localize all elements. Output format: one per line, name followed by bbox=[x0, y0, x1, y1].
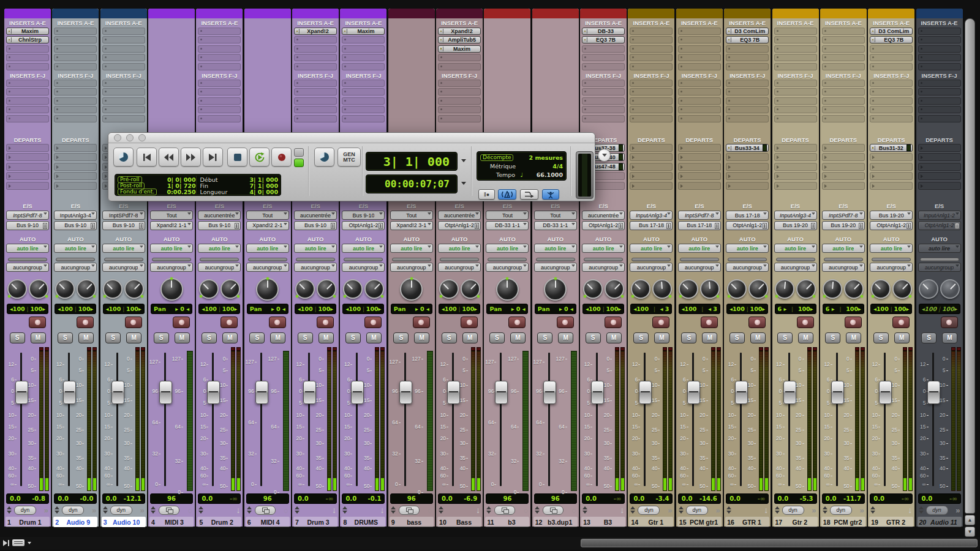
output-selector[interactable]: Xpand!2 1-1 bbox=[150, 221, 193, 230]
group-selector[interactable]: aucungroup bbox=[678, 263, 721, 272]
insert-slot[interactable] bbox=[6, 115, 49, 122]
midi-thru-icon[interactable]: ◌ bbox=[524, 506, 528, 515]
insert-slot[interactable] bbox=[342, 97, 385, 105]
track-size-nudge[interactable] bbox=[630, 506, 635, 514]
group-selector[interactable]: aucungroup bbox=[6, 263, 49, 272]
send-slot[interactable] bbox=[726, 172, 769, 180]
insert-slot[interactable] bbox=[774, 115, 817, 122]
insert-slot[interactable] bbox=[54, 97, 97, 105]
mute-button[interactable]: M bbox=[462, 332, 478, 343]
output-selector[interactable]: OtptAnlg1-2 bbox=[870, 221, 913, 230]
pan-display[interactable]: ◂100|100▸ bbox=[103, 304, 145, 314]
insert-slot[interactable]: D3 ComLim bbox=[870, 28, 913, 35]
mute-button[interactable]: M bbox=[702, 332, 717, 343]
insert-slot[interactable] bbox=[726, 54, 769, 61]
automation-mode-selector[interactable]: auto lire bbox=[582, 244, 625, 253]
insert-slot[interactable] bbox=[54, 54, 97, 61]
record-enable-button[interactable] bbox=[461, 317, 478, 328]
send-slot[interactable] bbox=[54, 153, 97, 161]
insert-slot[interactable] bbox=[54, 80, 97, 87]
insert-slot[interactable] bbox=[918, 36, 961, 43]
record-enable-button[interactable] bbox=[508, 317, 526, 328]
output-selector[interactable]: DB-33 1-1 bbox=[486, 221, 529, 230]
input-selector[interactable]: Bus 19-20 bbox=[870, 211, 913, 220]
group-selector[interactable]: aucungroup bbox=[870, 263, 913, 272]
insert-slot[interactable] bbox=[102, 54, 145, 61]
track-name[interactable]: 8 DRUMS bbox=[341, 517, 385, 527]
insert-slot[interactable] bbox=[582, 54, 625, 61]
insert-slot[interactable] bbox=[342, 80, 385, 87]
volume-display[interactable]: 0.0-∞ bbox=[198, 493, 241, 504]
track-name[interactable]: 20 Audio 11 bbox=[918, 517, 962, 527]
mute-button[interactable]: M bbox=[798, 332, 813, 343]
fade-in-value[interactable]: 0:00.250 bbox=[167, 189, 195, 195]
solo-button[interactable]: S bbox=[249, 332, 265, 343]
solo-button[interactable]: S bbox=[489, 332, 505, 343]
automation-match-icon[interactable]: » bbox=[92, 506, 96, 515]
mute-button[interactable]: M bbox=[750, 332, 766, 343]
insert-slot[interactable] bbox=[630, 54, 673, 61]
pan-knob[interactable] bbox=[364, 279, 384, 299]
output-selector[interactable]: Bus 19-20 bbox=[774, 221, 817, 230]
mute-button[interactable]: M bbox=[846, 332, 861, 343]
group-selector[interactable]: aucungroup bbox=[150, 263, 193, 272]
track-name[interactable]: 14 Gtr 1 bbox=[629, 517, 673, 527]
insert-slot[interactable] bbox=[6, 106, 49, 113]
insert-slot[interactable] bbox=[342, 115, 385, 122]
pan-knob[interactable] bbox=[103, 279, 123, 299]
insert-slot[interactable] bbox=[438, 115, 481, 122]
fast-forward-button[interactable] bbox=[181, 148, 201, 167]
send-slot[interactable] bbox=[678, 163, 721, 171]
pre-roll-label[interactable]: Pré-roll bbox=[118, 176, 142, 183]
close-button[interactable] bbox=[114, 134, 121, 141]
send-slot[interactable] bbox=[6, 144, 49, 152]
scroll-to-edge-icon[interactable] bbox=[3, 540, 7, 546]
midi-thru-icon[interactable]: ◌ bbox=[188, 506, 192, 515]
track-size-nudge[interactable] bbox=[919, 506, 924, 514]
automation-mode-selector[interactable]: auto lire bbox=[198, 244, 241, 253]
volume-display[interactable]: 0.0-14.6 bbox=[678, 493, 721, 504]
insert-slot[interactable] bbox=[630, 97, 673, 105]
insert-slot[interactable] bbox=[6, 88, 49, 96]
insert-slot[interactable] bbox=[774, 97, 817, 105]
pan-knob[interactable] bbox=[461, 279, 480, 299]
insert-slot[interactable] bbox=[294, 115, 337, 122]
insert-slot[interactable] bbox=[54, 115, 97, 122]
main-counter[interactable]: 3| 1| 000 bbox=[366, 152, 458, 171]
send-slot[interactable] bbox=[6, 153, 49, 161]
mute-button[interactable]: M bbox=[558, 332, 573, 343]
input-selector[interactable]: InptSPdf7-8 bbox=[102, 211, 145, 220]
send-assignment[interactable]: Bus33-34 bbox=[731, 145, 763, 151]
send-slot[interactable] bbox=[630, 172, 673, 180]
input-selector[interactable]: Tout bbox=[534, 211, 577, 220]
pan-knob[interactable] bbox=[919, 279, 938, 299]
insert-slot[interactable] bbox=[870, 45, 913, 53]
track-size-nudge[interactable] bbox=[486, 506, 491, 514]
track-size-nudge[interactable] bbox=[775, 506, 780, 514]
insert-slot[interactable] bbox=[918, 97, 961, 105]
midi-merge-button[interactable] bbox=[520, 189, 538, 200]
mute-button[interactable]: M bbox=[942, 332, 957, 343]
insert-slot[interactable] bbox=[198, 106, 241, 113]
mute-button[interactable]: M bbox=[510, 332, 526, 343]
insert-slot[interactable] bbox=[342, 106, 385, 113]
mute-button[interactable]: M bbox=[894, 332, 910, 343]
insert-slot[interactable] bbox=[582, 106, 625, 113]
insert-slot[interactable] bbox=[918, 45, 961, 53]
track-name[interactable]: 18 PCM gtr2 bbox=[821, 517, 865, 527]
automation-mode-selector[interactable]: auto lire bbox=[102, 244, 145, 253]
insert-slot[interactable] bbox=[342, 88, 385, 96]
insert-plugin-name[interactable]: AmpliTub5 bbox=[443, 37, 480, 43]
record-enable-button[interactable] bbox=[413, 317, 430, 328]
insert-slot[interactable] bbox=[342, 54, 385, 61]
track-size-nudge[interactable] bbox=[870, 506, 875, 514]
send-slot[interactable] bbox=[6, 182, 49, 190]
insert-plugin-name[interactable]: DB-33 bbox=[587, 28, 624, 34]
send-slot[interactable] bbox=[774, 172, 817, 180]
volume-display[interactable]: 0.0-0.0 bbox=[54, 493, 97, 504]
input-monitor-icon[interactable]: ↓ bbox=[380, 505, 384, 515]
volume-display[interactable]: 0.0-5.3 bbox=[774, 493, 817, 504]
send-slot[interactable] bbox=[822, 153, 865, 161]
insert-plugin-name[interactable]: EQ3 7B bbox=[875, 37, 912, 43]
group-selector[interactable]: aucungroup bbox=[342, 263, 385, 272]
